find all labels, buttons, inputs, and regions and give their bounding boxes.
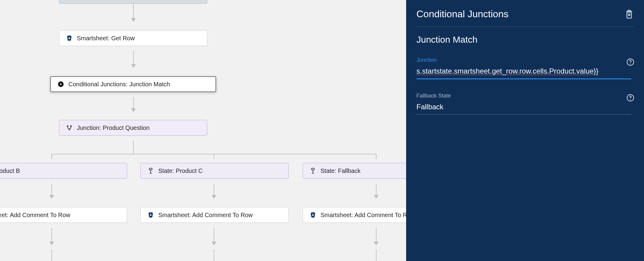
help-icon[interactable] — [626, 94, 634, 102]
node-startstate[interactable]: State: startstate — [59, 0, 207, 4]
junction-field-label: Junction — [416, 57, 634, 63]
svg-point-5 — [71, 126, 72, 127]
smartsheet-icon — [310, 212, 316, 218]
node-state-product-b[interactable]: ate: Product B — [0, 163, 127, 179]
node-smartsheet-get-row[interactable]: Smartsheet: Get Row — [59, 30, 207, 46]
play-circle-icon — [58, 81, 64, 88]
svg-point-18 — [630, 64, 631, 64]
node-add-comment-c[interactable]: Smartsheet: Add Comment To Row — [140, 207, 289, 223]
node-label: Smartsheet: Add Comment To Row — [158, 212, 253, 219]
detail-panel: Conditional Junctions Junction Match Jun… — [406, 0, 644, 261]
node-conditional-junctions[interactable]: Conditional Junctions: Junction Match — [50, 76, 216, 92]
delete-button[interactable] — [625, 9, 634, 19]
svg-rect-13 — [311, 168, 314, 170]
smartsheet-icon — [147, 212, 154, 218]
smartsheet-icon — [66, 35, 73, 41]
node-label: Smartsheet: Get Row — [77, 35, 135, 42]
node-state-product-c[interactable]: State: Product C — [140, 163, 289, 179]
help-icon[interactable] — [626, 58, 634, 66]
state-icon — [147, 167, 154, 174]
fallback-field-label: Fallback State — [416, 93, 634, 99]
branch-icon — [66, 124, 73, 131]
node-label: ate: Product B — [0, 167, 20, 174]
node-label: State: Product C — [158, 167, 203, 174]
panel-subtitle: Junction Match — [416, 35, 634, 45]
node-label: Smartsheet: Add Comment To Row — [320, 212, 415, 219]
node-junction-product-question[interactable]: Junction: Product Question — [59, 120, 207, 136]
node-label: Conditional Junctions: Junction Match — [68, 81, 170, 88]
panel-title: Conditional Junctions — [416, 8, 508, 20]
svg-point-4 — [67, 126, 68, 127]
fallback-state-input[interactable] — [416, 101, 631, 115]
svg-point-6 — [69, 129, 70, 130]
node-label: State: Fallback — [320, 167, 360, 174]
node-add-comment-b[interactable]: nartsheet: Add Comment To Row — [0, 207, 127, 223]
svg-point-20 — [630, 99, 631, 100]
workflow-canvas[interactable]: State: startstate Smartsheet: Get Row Co… — [0, 0, 406, 261]
state-icon — [310, 167, 316, 174]
node-label: Junction: Product Question — [77, 124, 150, 131]
svg-rect-10 — [149, 168, 152, 170]
node-label: nartsheet: Add Comment To Row — [0, 212, 70, 219]
junction-input[interactable] — [416, 65, 631, 79]
